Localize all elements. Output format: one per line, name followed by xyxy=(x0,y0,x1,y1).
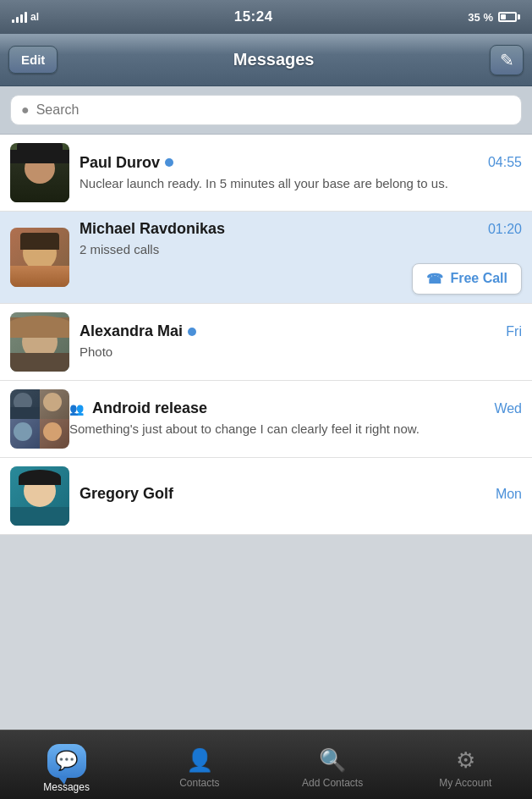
avatar xyxy=(10,389,69,449)
page-title: Messages xyxy=(233,50,315,69)
contact-name: Alexandra Mai xyxy=(80,322,196,340)
search-input[interactable] xyxy=(36,102,511,118)
person-icon: 👤 xyxy=(186,747,213,774)
list-item[interactable]: Michael Ravdonikas 01:20 2 missed calls … xyxy=(0,212,532,304)
list-item[interactable]: Gregory Golf Mon xyxy=(0,458,532,535)
message-header: Michael Ravdonikas 01:20 xyxy=(80,220,522,238)
compose-button[interactable]: ✎ xyxy=(490,45,524,75)
message-time: 01:20 xyxy=(488,222,522,237)
free-call-label: Free Call xyxy=(450,271,507,286)
free-call-container: ☎ Free Call xyxy=(80,263,522,295)
message-content: 👥 Android release Wed Something's just a… xyxy=(69,400,522,438)
message-content: Gregory Golf Mon xyxy=(80,485,522,506)
battery-icon xyxy=(498,12,520,22)
messages-bubble-icon: 💬 xyxy=(47,744,86,778)
signal-bar-1 xyxy=(12,19,14,23)
compose-icon: ✎ xyxy=(500,50,514,70)
carrier-label: al xyxy=(30,11,39,23)
group-icon: 👥 xyxy=(69,402,84,416)
nav-bar: Edit Messages ✎ xyxy=(0,34,532,86)
message-time: Fri xyxy=(506,324,522,339)
contact-name: Gregory Golf xyxy=(80,485,173,503)
messages-list: Paul Durov 04:55 Nuclear launch ready. I… xyxy=(0,135,532,535)
content-area: ● Paul Durov xyxy=(0,86,532,730)
avatar xyxy=(10,312,69,372)
message-header: Paul Durov 04:55 xyxy=(80,154,522,172)
avatar xyxy=(10,466,69,526)
list-item[interactable]: Alexandra Mai Fri Photo xyxy=(0,304,532,381)
message-time: Mon xyxy=(496,487,522,502)
avatar xyxy=(10,228,69,287)
tab-bar: 💬 Messages 👤 Contacts 🔍 Add Contacts ⚙ M… xyxy=(0,730,532,799)
gear-icon: ⚙ xyxy=(456,747,475,774)
message-time: 04:55 xyxy=(488,155,522,170)
search-contacts-icon: 🔍 xyxy=(319,747,346,774)
search-bar: ● xyxy=(0,86,532,135)
message-header: Alexandra Mai Fri xyxy=(80,322,522,340)
tab-contacts[interactable]: 👤 Contacts xyxy=(133,730,266,799)
tab-contacts-label: Contacts xyxy=(179,777,219,789)
message-content: Michael Ravdonikas 01:20 2 missed calls … xyxy=(80,220,522,295)
search-icon: ● xyxy=(21,102,30,118)
message-preview: 2 missed calls xyxy=(80,241,522,258)
list-item[interactable]: Paul Durov 04:55 Nuclear launch ready. I… xyxy=(0,135,532,212)
message-preview: Photo xyxy=(80,344,522,361)
signal-area: al xyxy=(12,11,39,23)
tab-messages[interactable]: 💬 Messages xyxy=(0,730,133,799)
tab-my-account-label: My Account xyxy=(439,777,491,789)
free-call-button[interactable]: ☎ Free Call xyxy=(412,263,522,295)
signal-bar-2 xyxy=(16,17,19,23)
search-wrapper: ● xyxy=(10,95,522,125)
tab-my-account[interactable]: ⚙ My Account xyxy=(399,730,532,799)
message-content: Paul Durov 04:55 Nuclear launch ready. I… xyxy=(80,154,522,192)
signal-bar-4 xyxy=(25,12,27,23)
phone-icon: ☎ xyxy=(426,271,443,287)
edit-button[interactable]: Edit xyxy=(8,46,58,74)
time-display: 15:24 xyxy=(234,8,273,25)
tab-add-contacts[interactable]: 🔍 Add Contacts xyxy=(266,730,399,799)
status-bar: al 15:24 35 % xyxy=(0,0,532,34)
message-header: Gregory Golf Mon xyxy=(80,485,522,503)
contact-name: Michael Ravdonikas xyxy=(80,220,225,238)
signal-bars xyxy=(12,11,27,23)
list-item[interactable]: 👥 Android release Wed Something's just a… xyxy=(0,381,532,458)
online-indicator xyxy=(188,328,196,336)
contact-name: Paul Durov xyxy=(80,154,173,172)
signal-bar-3 xyxy=(20,14,23,23)
message-content: Alexandra Mai Fri Photo xyxy=(80,322,522,361)
chat-icon: 💬 xyxy=(55,750,78,772)
avatar xyxy=(10,143,69,202)
message-preview: Something's just about to change I can c… xyxy=(69,421,522,438)
message-header: 👥 Android release Wed xyxy=(69,400,522,417)
message-time: Wed xyxy=(494,401,522,416)
tab-add-contacts-label: Add Contacts xyxy=(302,777,363,789)
message-preview: Nuclear launch ready. In 5 minutes all y… xyxy=(80,175,522,192)
battery-percent: 35 % xyxy=(468,11,493,24)
contact-name: 👥 Android release xyxy=(69,400,207,417)
battery-area: 35 % xyxy=(468,11,520,24)
online-indicator xyxy=(165,158,173,167)
